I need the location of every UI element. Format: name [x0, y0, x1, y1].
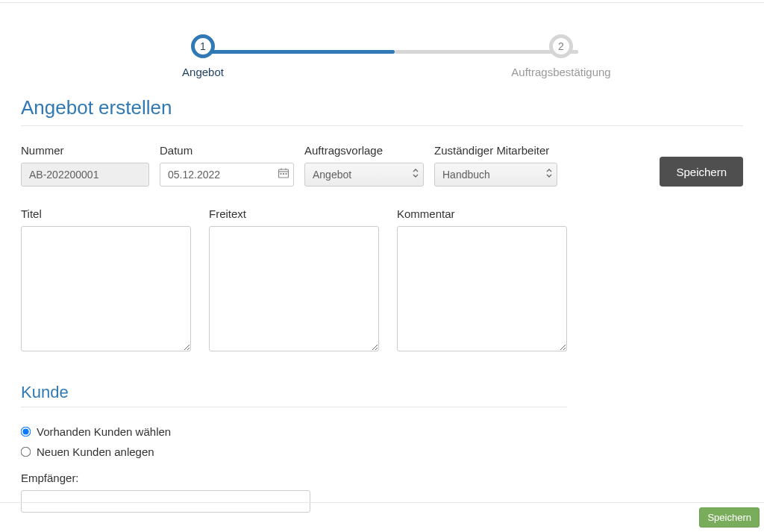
footer-save-button[interactable]: Speichern [699, 507, 760, 528]
datum-input[interactable] [160, 163, 294, 187]
vorlage-label: Auftragsvorlage [304, 144, 424, 157]
footer-bar: Speichern [0, 502, 764, 532]
radio-new-input[interactable] [21, 447, 31, 457]
save-button[interactable]: Speichern [660, 157, 743, 187]
step-1[interactable]: 1 Angebot [24, 34, 382, 78]
titel-textarea[interactable] [21, 226, 191, 351]
page-title: Angebot erstellen [21, 86, 743, 126]
step-1-label: Angebot [182, 66, 224, 78]
nummer-label: Nummer [21, 144, 149, 157]
freitext-label: Freitext [209, 207, 379, 220]
radio-existing-label: Vorhanden Kunden wählen [37, 425, 171, 438]
mitarbeiter-select[interactable]: Handbuch [434, 163, 557, 187]
kunde-title: Kunde [21, 383, 567, 407]
step-1-number: 1 [200, 40, 206, 52]
datum-label: Datum [160, 144, 294, 157]
nummer-input [21, 163, 149, 187]
radio-new-customer[interactable]: Neuen Kunden anlegen [21, 445, 743, 458]
titel-label: Titel [21, 207, 191, 220]
wizard-stepper: 1 Angebot 2 Auftragsbestätigung [24, 3, 740, 86]
radio-new-label: Neuen Kunden anlegen [37, 445, 154, 458]
step-2[interactable]: 2 Auftragsbestätigung [382, 34, 740, 78]
kommentar-textarea[interactable] [397, 226, 567, 351]
step-connector-active [209, 50, 395, 54]
step-1-circle: 1 [191, 34, 215, 58]
step-2-circle: 2 [549, 34, 573, 58]
step-2-label: Auftragsbestätigung [511, 66, 610, 78]
mitarbeiter-label: Zuständiger Mitarbeiter [434, 144, 557, 157]
vorlage-select[interactable]: Angebot [304, 163, 424, 187]
empfaenger-label: Empfänger: [21, 472, 743, 484]
step-2-number: 2 [558, 40, 564, 52]
freitext-textarea[interactable] [209, 226, 379, 351]
kommentar-label: Kommentar [397, 207, 567, 220]
radio-existing-input[interactable] [21, 427, 31, 437]
radio-existing-customer[interactable]: Vorhanden Kunden wählen [21, 425, 743, 438]
